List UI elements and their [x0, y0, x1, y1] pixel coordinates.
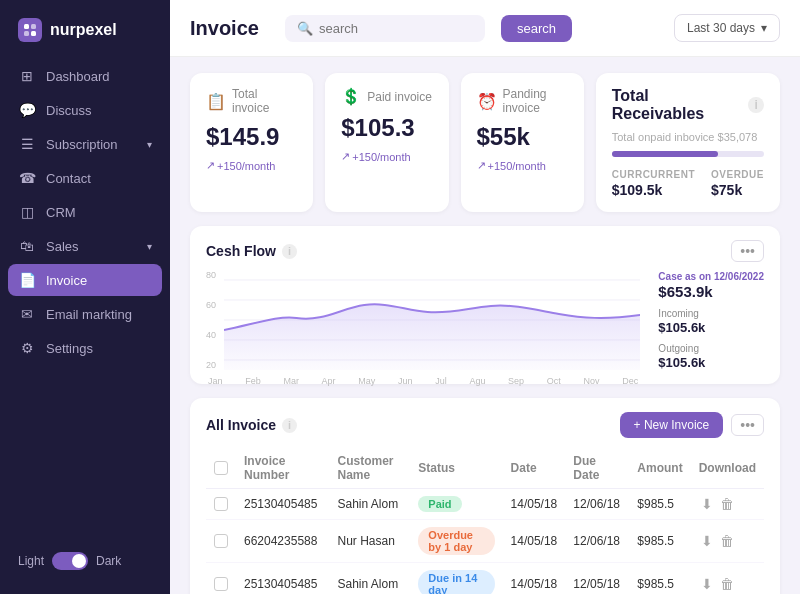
status-badge: Paid [410, 489, 502, 520]
sidebar-item-label: Sales [46, 239, 79, 254]
download-icon[interactable]: ⬇ [701, 496, 713, 512]
legend-date-value: $653.9k [658, 283, 764, 300]
invoice-amount: $985.5 [629, 520, 690, 563]
main-content: Invoice 🔍 search Last 30 days ▾ 📋 Total … [170, 0, 800, 594]
sidebar-item-discuss[interactable]: 💬 Discuss [0, 94, 170, 126]
cashflow-more-button[interactable]: ••• [731, 240, 764, 262]
search-icon: 🔍 [297, 21, 313, 36]
col-invoice-number: Invoice Number [236, 448, 330, 489]
col-checkbox [206, 448, 236, 489]
invoice-actions: ⬇ 🗑 [691, 489, 764, 520]
receivables-title: Total Receivables i [612, 87, 764, 123]
download-icon[interactable]: ⬇ [701, 576, 713, 592]
discuss-icon: 💬 [18, 102, 36, 118]
invoice-due-date: 12/05/18 [565, 563, 629, 595]
arrow-up-icon: ↗ [341, 150, 350, 163]
chart-yaxis: 80 60 40 20 [206, 270, 216, 370]
delete-icon[interactable]: 🗑 [720, 496, 734, 512]
select-all-checkbox[interactable] [214, 461, 228, 475]
sidebar-item-email[interactable]: ✉ Email markting [0, 298, 170, 330]
sidebar: nurpexel ⊞ Dashboard 💬 Discuss ☰ Subscri… [0, 0, 170, 594]
sidebar-item-label: CRM [46, 205, 76, 220]
invoice-table: Invoice Number Customer Name Status Date… [206, 448, 764, 594]
svg-rect-2 [24, 31, 29, 36]
invoice-number: 25130405485 [236, 563, 330, 595]
theme-toggle[interactable] [52, 552, 88, 570]
overdue-label: OVERDUE [711, 169, 764, 180]
light-label: Light [18, 554, 44, 568]
chart-axis: Jan Feb Mar Apr May Jun Jul Agu Sep Oct … [206, 376, 640, 386]
sidebar-item-settings[interactable]: ⚙ Settings [0, 332, 170, 364]
page-title: Invoice [190, 17, 259, 40]
sidebar-item-dashboard[interactable]: ⊞ Dashboard [0, 60, 170, 92]
sidebar-item-label: Settings [46, 341, 93, 356]
stats-row: 📋 Total invoice $145.9 ↗ +150/month 💲 Pa… [190, 73, 780, 212]
status-badge: Overdue by 1 day [410, 520, 502, 563]
current-label: CURRCURRENT [612, 169, 695, 180]
logo-icon [18, 18, 42, 42]
table-row: 25130405485 Sahin Alom Due in 14 day 14/… [206, 563, 764, 595]
col-due-date: Due Date [565, 448, 629, 489]
pending-invoice-icon: ⏰ [477, 92, 497, 111]
cashflow-body: 80 60 40 20 [206, 270, 764, 370]
col-amount: Amount [629, 448, 690, 489]
row-checkbox[interactable] [214, 534, 228, 548]
dashboard-icon: ⊞ [18, 68, 36, 84]
arrow-up-icon: ↗ [206, 159, 215, 172]
col-date: Date [503, 448, 566, 489]
stat-value-total: $145.9 [206, 123, 297, 151]
info-icon: i [282, 418, 297, 433]
content-area: 📋 Total invoice $145.9 ↗ +150/month 💲 Pa… [170, 57, 800, 594]
paid-invoice-icon: 💲 [341, 87, 361, 106]
invoice-actions: + New Invoice ••• [620, 412, 764, 438]
info-icon: i [748, 97, 764, 113]
overdue-receivable: OVERDUE $75k [711, 169, 764, 198]
sidebar-item-subscription[interactable]: ☰ Subscription ▾ [0, 128, 170, 160]
search-button[interactable]: search [501, 15, 572, 42]
arrow-up-icon: ↗ [477, 159, 486, 172]
search-input[interactable] [319, 21, 473, 36]
delete-icon[interactable]: 🗑 [720, 576, 734, 592]
stat-card-total: 📋 Total invoice $145.9 ↗ +150/month [190, 73, 313, 212]
delete-icon[interactable]: 🗑 [720, 533, 734, 549]
invoice-date: 14/05/18 [503, 520, 566, 563]
current-receivable: CURRCURRENT $109.5k [612, 169, 695, 198]
legend-date-label: Case as on 12/06/2022 [658, 271, 764, 282]
current-value: $109.5k [612, 182, 695, 198]
sidebar-item-crm[interactable]: ◫ CRM [0, 196, 170, 228]
sidebar-item-sales[interactable]: 🛍 Sales ▾ [0, 230, 170, 262]
invoice-amount: $985.5 [629, 489, 690, 520]
sidebar-item-label: Invoice [46, 273, 87, 288]
logo-text: nurpexel [50, 21, 117, 39]
receivables-bar-wrap [612, 151, 764, 157]
legend-outgoing-label: Outgoing [658, 343, 764, 354]
svg-rect-0 [24, 24, 29, 29]
date-filter[interactable]: Last 30 days ▾ [674, 14, 780, 42]
download-icon[interactable]: ⬇ [701, 533, 713, 549]
customer-name: Nur Hasan [330, 520, 411, 563]
chevron-down-icon: ▾ [147, 241, 152, 252]
all-invoice-title: All Invoice i [206, 417, 297, 433]
legend-incoming-label: Incoming [658, 308, 764, 319]
new-invoice-button[interactable]: + New Invoice [620, 412, 724, 438]
cashflow-legend: Case as on 12/06/2022 $653.9k Incoming $… [650, 270, 764, 370]
settings-icon: ⚙ [18, 340, 36, 356]
sidebar-item-label: Email markting [46, 307, 132, 322]
invoice-more-button[interactable]: ••• [731, 414, 764, 436]
sidebar-item-contact[interactable]: ☎ Contact [0, 162, 170, 194]
sidebar-logo: nurpexel [0, 18, 170, 60]
invoice-date: 14/05/18 [503, 489, 566, 520]
col-status: Status [410, 448, 502, 489]
search-wrap: 🔍 [285, 15, 485, 42]
legend-incoming-value: $105.6k [658, 320, 764, 335]
invoice-amount: $985.5 [629, 563, 690, 595]
total-invoice-icon: 📋 [206, 92, 226, 111]
email-icon: ✉ [18, 306, 36, 322]
stat-label-total: 📋 Total invoice [206, 87, 297, 115]
sidebar-item-invoice[interactable]: 📄 Invoice [8, 264, 162, 296]
table-row: 66204235588 Nur Hasan Overdue by 1 day 1… [206, 520, 764, 563]
sidebar-item-label: Discuss [46, 103, 92, 118]
row-checkbox[interactable] [214, 577, 228, 591]
row-checkbox[interactable] [214, 497, 228, 511]
svg-rect-1 [31, 24, 36, 29]
